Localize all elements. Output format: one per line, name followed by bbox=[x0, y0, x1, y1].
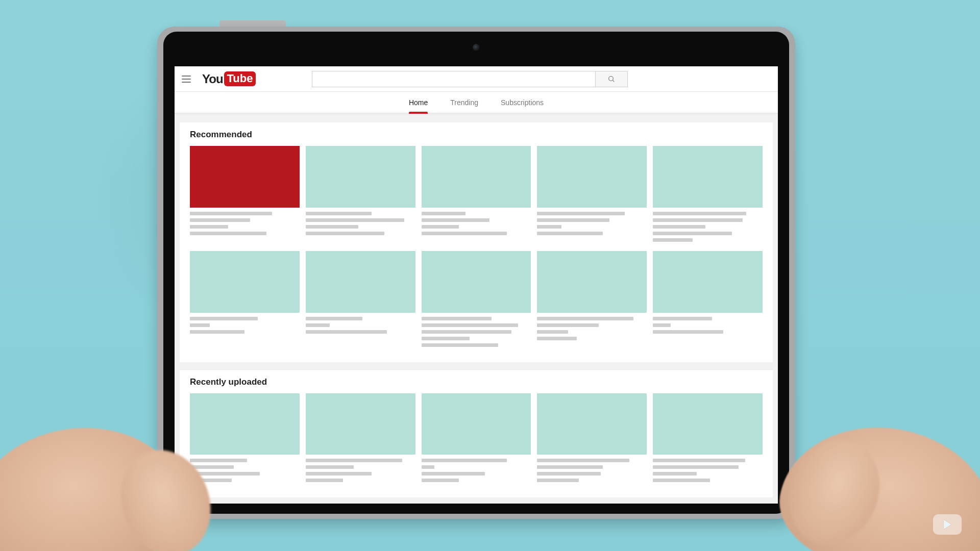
video-card[interactable] bbox=[306, 251, 415, 347]
video-card[interactable] bbox=[190, 393, 300, 483]
placeholder-line bbox=[537, 459, 629, 462]
recommended-row-2 bbox=[190, 251, 763, 347]
placeholder-line bbox=[537, 225, 561, 229]
placeholder-line bbox=[653, 232, 732, 235]
tablet-camera bbox=[473, 44, 480, 51]
video-thumbnail[interactable] bbox=[306, 251, 415, 313]
placeholder-line bbox=[653, 479, 710, 482]
placeholder-line bbox=[653, 330, 723, 334]
youtube-logo[interactable]: You Tube bbox=[202, 71, 256, 86]
placeholder-line bbox=[653, 225, 705, 229]
play-icon bbox=[944, 520, 951, 529]
placeholder-line bbox=[190, 465, 234, 469]
tab-label: Home bbox=[409, 98, 428, 107]
logo-tube: Tube bbox=[224, 71, 256, 86]
video-thumbnail[interactable] bbox=[422, 146, 531, 208]
masthead: You Tube bbox=[175, 66, 778, 92]
tab-home[interactable]: Home bbox=[409, 92, 428, 113]
placeholder-line bbox=[306, 232, 385, 235]
placeholder-line bbox=[653, 465, 739, 469]
video-thumbnail[interactable] bbox=[306, 393, 415, 455]
placeholder-line bbox=[306, 323, 330, 327]
placeholder-line bbox=[537, 212, 625, 215]
video-card[interactable] bbox=[422, 146, 531, 242]
video-card[interactable] bbox=[190, 251, 300, 347]
video-thumbnail[interactable] bbox=[306, 146, 415, 208]
video-meta-placeholder bbox=[306, 212, 415, 235]
feed[interactable]: Recommended Recently uploaded bbox=[175, 113, 778, 504]
placeholder-line bbox=[422, 465, 435, 469]
recommended-row-1 bbox=[190, 146, 763, 242]
placeholder-line bbox=[190, 218, 250, 222]
video-card[interactable] bbox=[653, 146, 763, 242]
placeholder-line bbox=[306, 465, 354, 469]
placeholder-line bbox=[537, 479, 579, 482]
placeholder-line bbox=[422, 218, 489, 222]
tab-label: Trending bbox=[450, 98, 478, 107]
video-card[interactable] bbox=[306, 146, 415, 242]
placeholder-line bbox=[422, 459, 507, 462]
video-card[interactable] bbox=[422, 251, 531, 347]
placeholder-line bbox=[653, 459, 745, 462]
placeholder-line bbox=[306, 225, 358, 229]
video-thumbnail[interactable] bbox=[537, 146, 647, 208]
video-thumbnail[interactable] bbox=[537, 393, 647, 455]
placeholder-line bbox=[306, 317, 363, 320]
video-meta-placeholder bbox=[537, 317, 647, 340]
video-thumbnail[interactable] bbox=[653, 251, 763, 313]
placeholder-line bbox=[422, 317, 492, 320]
tab-trending[interactable]: Trending bbox=[450, 92, 478, 113]
tab-row: Home Trending Subscriptions bbox=[175, 92, 778, 113]
placeholder-line bbox=[422, 212, 465, 215]
placeholder-line bbox=[422, 330, 511, 334]
section-title: Recommended bbox=[190, 130, 763, 140]
video-card[interactable] bbox=[190, 146, 300, 242]
placeholder-line bbox=[537, 317, 633, 320]
video-meta-placeholder bbox=[537, 459, 647, 482]
video-meta-placeholder bbox=[653, 212, 763, 242]
search-input[interactable] bbox=[312, 71, 595, 87]
placeholder-line bbox=[306, 330, 387, 334]
video-card[interactable] bbox=[537, 146, 647, 242]
placeholder-line bbox=[190, 225, 228, 229]
video-thumbnail[interactable] bbox=[190, 251, 300, 313]
tab-subscriptions[interactable]: Subscriptions bbox=[501, 92, 544, 113]
video-card[interactable] bbox=[537, 251, 647, 347]
video-thumbnail[interactable] bbox=[422, 393, 531, 455]
video-meta-placeholder bbox=[422, 459, 531, 482]
video-thumbnail[interactable] bbox=[653, 146, 763, 208]
placeholder-line bbox=[653, 317, 712, 320]
placeholder-line bbox=[653, 323, 670, 327]
video-thumbnail[interactable] bbox=[653, 393, 763, 455]
video-meta-placeholder bbox=[537, 212, 647, 235]
tablet-device: You Tube Home bbox=[157, 27, 795, 519]
video-thumbnail[interactable] bbox=[190, 393, 300, 455]
search-icon bbox=[607, 75, 616, 83]
placeholder-line bbox=[422, 232, 507, 235]
video-meta-placeholder bbox=[190, 317, 300, 334]
video-card[interactable] bbox=[537, 393, 647, 483]
video-thumbnail[interactable] bbox=[422, 251, 531, 313]
placeholder-line bbox=[653, 212, 746, 215]
tab-label: Subscriptions bbox=[501, 98, 544, 107]
placeholder-line bbox=[537, 337, 576, 340]
placeholder-line bbox=[422, 225, 459, 229]
placeholder-line bbox=[190, 323, 210, 327]
video-card[interactable] bbox=[653, 393, 763, 483]
video-card[interactable] bbox=[422, 393, 531, 483]
placeholder-line bbox=[653, 472, 697, 475]
svg-point-0 bbox=[609, 76, 614, 81]
video-meta-placeholder bbox=[306, 317, 415, 334]
video-meta-placeholder bbox=[306, 459, 415, 482]
recently-uploaded-row-1 bbox=[190, 393, 763, 483]
placeholder-line bbox=[537, 323, 598, 327]
search-button[interactable] bbox=[595, 71, 628, 87]
video-thumbnail[interactable] bbox=[190, 146, 300, 208]
video-thumbnail[interactable] bbox=[537, 251, 647, 313]
menu-button[interactable] bbox=[182, 73, 194, 85]
placeholder-line bbox=[422, 323, 518, 327]
video-card[interactable] bbox=[306, 393, 415, 483]
video-meta-placeholder bbox=[422, 212, 531, 235]
placeholder-line bbox=[422, 472, 485, 475]
video-card[interactable] bbox=[653, 251, 763, 347]
